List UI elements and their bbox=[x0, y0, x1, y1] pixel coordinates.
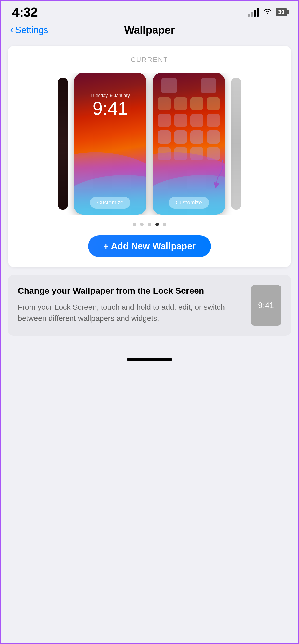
wallpaper-previews: Tuesday, 9 January 9:41 Customize bbox=[15, 73, 284, 215]
back-label: Settings bbox=[15, 25, 48, 35]
lock-screen-wallpaper: Tuesday, 9 January 9:41 bbox=[74, 73, 146, 215]
info-description: From your Lock Screen, touch and hold to… bbox=[18, 301, 243, 324]
lock-screen-preview[interactable]: Tuesday, 9 January 9:41 Customize bbox=[74, 73, 146, 215]
nav-bar: ‹ Settings Wallpaper bbox=[0, 22, 299, 41]
svg-point-0 bbox=[267, 13, 268, 14]
dot-1[interactable] bbox=[133, 223, 136, 226]
info-preview-time: 9:41 bbox=[258, 301, 274, 310]
dot-3[interactable] bbox=[148, 223, 151, 226]
chevron-left-icon: ‹ bbox=[10, 24, 14, 35]
peek-left bbox=[58, 78, 68, 210]
home-screen-customize-btn[interactable]: Customize bbox=[169, 197, 209, 209]
app-row-4 bbox=[156, 130, 221, 144]
current-label: CURRENT bbox=[15, 56, 284, 64]
app-row-1 bbox=[156, 78, 221, 93]
app-row-3 bbox=[156, 114, 221, 127]
dot-5[interactable] bbox=[163, 223, 166, 226]
info-card: Change your Wallpaper from the Lock Scre… bbox=[8, 275, 291, 336]
peek-right bbox=[231, 78, 241, 210]
info-lock-preview: 9:41 bbox=[251, 285, 281, 326]
status-icons: 39 bbox=[248, 7, 287, 17]
lock-screen-customize-btn[interactable]: Customize bbox=[90, 197, 130, 209]
wifi-icon bbox=[263, 7, 272, 17]
dot-4-active[interactable] bbox=[155, 223, 159, 226]
add-wallpaper-button[interactable]: + Add New Wallpaper bbox=[88, 235, 211, 257]
home-screen-wallpaper bbox=[153, 73, 225, 215]
signal-icon bbox=[248, 8, 259, 17]
home-indicator bbox=[127, 358, 172, 361]
status-bar: 4:32 39 bbox=[0, 0, 299, 22]
nav-title: Wallpaper bbox=[124, 24, 175, 36]
dot-2[interactable] bbox=[140, 223, 144, 226]
battery-icon: 39 bbox=[276, 8, 287, 16]
info-text: Change your Wallpaper from the Lock Scre… bbox=[18, 285, 243, 324]
home-screen-preview[interactable]: Customize bbox=[153, 73, 225, 215]
page-dots bbox=[15, 223, 284, 226]
app-row-2 bbox=[156, 97, 221, 110]
lock-date: Tuesday, 9 January bbox=[74, 93, 146, 98]
info-title: Change your Wallpaper from the Lock Scre… bbox=[18, 285, 243, 296]
app-row-5 bbox=[156, 147, 221, 160]
back-button[interactable]: ‹ Settings bbox=[10, 25, 48, 35]
status-time: 4:32 bbox=[12, 5, 38, 20]
lock-time: 9:41 bbox=[74, 99, 146, 118]
wallpaper-card: CURRENT Tuesday, 9 January 9:41 Customiz… bbox=[8, 46, 291, 267]
